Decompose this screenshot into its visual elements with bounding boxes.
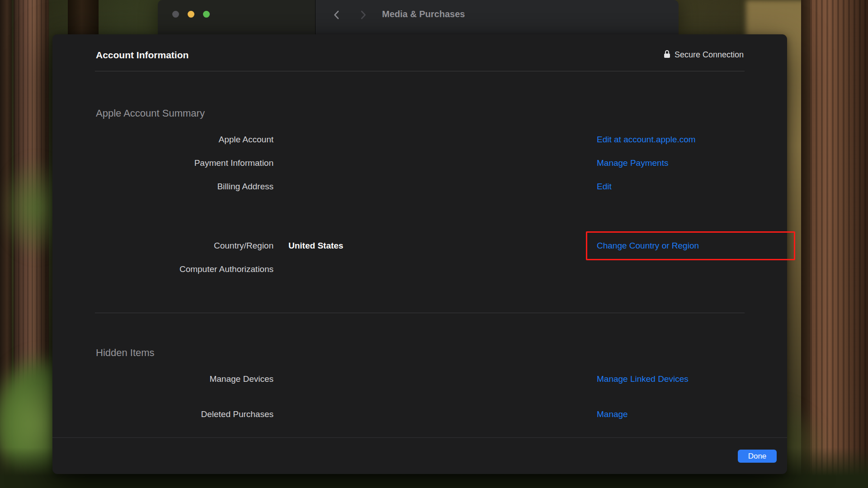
lock-icon xyxy=(664,50,670,61)
forward-icon[interactable] xyxy=(358,9,368,20)
manage-payments-link[interactable]: Manage Payments xyxy=(597,158,787,168)
manage-linked-devices-link[interactable]: Manage Linked Devices xyxy=(597,374,787,384)
minimize-button[interactable] xyxy=(188,11,194,18)
computer-authorizations-label: Computer Authorizations xyxy=(96,264,274,274)
close-button[interactable] xyxy=(172,11,179,18)
secure-connection-label: Secure Connection xyxy=(675,50,744,60)
hidden-items-rows: Manage Devices Manage Linked Devices Del… xyxy=(52,367,787,426)
zoom-button[interactable] xyxy=(203,11,210,18)
change-country-link[interactable]: Change Country or Region xyxy=(597,241,699,250)
secure-connection-indicator: Secure Connection xyxy=(664,50,744,61)
apple-account-label: Apple Account xyxy=(96,135,274,145)
deleted-purchases-label: Deleted Purchases xyxy=(96,409,274,419)
dialog-title: Account Information xyxy=(96,50,189,61)
country-region-value: United States xyxy=(274,241,597,251)
dialog-header: Account Information Secure Connection xyxy=(52,34,787,71)
traffic-lights xyxy=(172,11,210,18)
row-computer-authorizations: Computer Authorizations xyxy=(52,258,787,281)
annotated-link-wrapper: Change Country or Region xyxy=(597,241,787,251)
row-billing-address: Billing Address Edit xyxy=(52,175,787,198)
section-divider xyxy=(95,313,745,313)
section-heading-summary: Apple Account Summary xyxy=(96,108,787,119)
edit-billing-link[interactable]: Edit xyxy=(597,182,787,192)
summary-rows: Apple Account Edit at account.apple.com … xyxy=(52,128,787,281)
edit-at-account-link[interactable]: Edit at account.apple.com xyxy=(597,135,787,145)
row-manage-devices: Manage Devices Manage Linked Devices xyxy=(52,367,787,391)
row-payment-information: Payment Information Manage Payments xyxy=(52,151,787,175)
back-icon[interactable] xyxy=(331,9,342,20)
billing-address-label: Billing Address xyxy=(96,182,274,192)
desktop: Media & Purchases Account Information Se… xyxy=(0,0,868,488)
section-heading-hidden-items: Hidden Items xyxy=(96,347,787,359)
dialog-footer: Done xyxy=(52,438,787,474)
row-apple-account: Apple Account Edit at account.apple.com xyxy=(52,128,787,151)
account-information-dialog: Account Information Secure Connection Ap… xyxy=(52,34,787,474)
payment-information-label: Payment Information xyxy=(96,158,274,168)
row-deleted-purchases: Deleted Purchases Manage xyxy=(52,403,787,426)
row-country-region: Country/Region United States Change Coun… xyxy=(52,234,787,258)
row-spacer xyxy=(52,198,787,234)
manage-deleted-link[interactable]: Manage xyxy=(597,409,787,419)
manage-devices-label: Manage Devices xyxy=(96,374,274,384)
header-divider xyxy=(95,71,745,71)
country-region-label: Country/Region xyxy=(96,241,274,251)
window-title: Media & Purchases xyxy=(382,9,465,19)
done-button[interactable]: Done xyxy=(738,450,777,463)
